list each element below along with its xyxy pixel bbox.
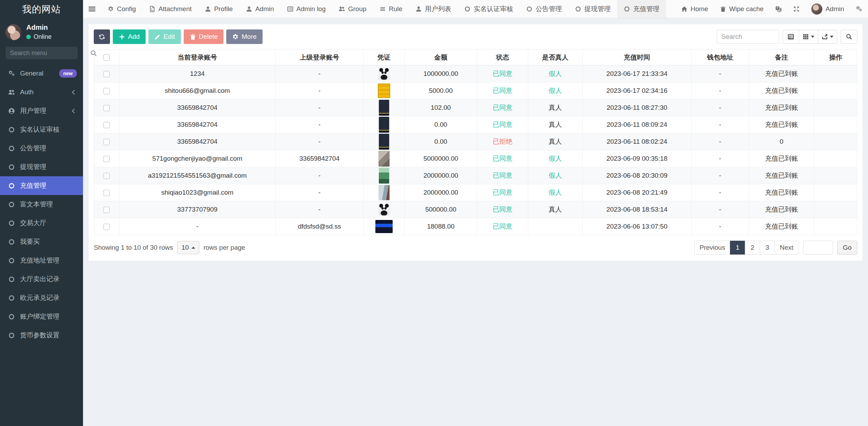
page-size-dropdown[interactable]: 10: [177, 241, 199, 254]
action-cell: [814, 99, 857, 116]
sidebar-item-item-9[interactable]: 我要买: [0, 232, 83, 251]
goto-page-input[interactable]: [803, 241, 833, 255]
row-checkbox[interactable]: [103, 156, 110, 162]
voucher-image[interactable]: [375, 220, 393, 233]
sidebar-item-item-3[interactable]: 实名认证审核: [0, 120, 83, 139]
sidebar-item-item-11[interactable]: 大厅卖出记录: [0, 270, 83, 289]
gear-icon: [232, 34, 239, 40]
status-badge: 已同意: [493, 87, 512, 94]
edit-button[interactable]: Edit: [148, 29, 181, 44]
sidebar-item-general[interactable]: General new: [0, 64, 83, 83]
language-button[interactable]: [769, 0, 787, 18]
real-cell: 真人: [528, 133, 583, 150]
hamburger-icon: [88, 5, 96, 13]
remark-cell: 充值已到账: [749, 184, 814, 201]
real-person-badge: 真人: [549, 206, 562, 213]
select-all-checkbox[interactable]: [103, 54, 110, 61]
parent-cell: -: [276, 184, 364, 201]
profile-menu[interactable]: Admin: [805, 0, 850, 18]
export-button[interactable]: [818, 30, 837, 44]
settings-button[interactable]: [850, 0, 868, 18]
next-page-button[interactable]: Next: [775, 241, 798, 255]
remark-cell: 充值已到账: [749, 65, 814, 82]
row-checkbox[interactable]: [103, 190, 110, 196]
voucher-cell: [363, 133, 404, 150]
voucher-image[interactable]: [379, 100, 389, 116]
tab-admin-log[interactable]: Admin log: [281, 0, 332, 18]
sidebar-item-item-8[interactable]: 交易大厅: [0, 214, 83, 232]
columns-button[interactable]: [799, 30, 818, 44]
toggle-view-button[interactable]: [783, 30, 799, 44]
wipe-cache-label: Wipe cache: [729, 5, 764, 13]
circle-icon: [8, 126, 20, 133]
circle-icon: [8, 183, 20, 189]
voucher-image[interactable]: [378, 151, 390, 167]
sidebar-item-item-5[interactable]: 提现管理: [0, 158, 83, 176]
sidebar-item-item-6[interactable]: 充值管理: [0, 176, 83, 195]
tab-profile[interactable]: Profile: [198, 0, 239, 18]
row-checkbox[interactable]: [103, 122, 110, 128]
chevron-left-icon: [70, 108, 77, 114]
sidebar-item-item-14[interactable]: 货币参数设置: [0, 326, 83, 345]
voucher-image[interactable]: [378, 185, 390, 200]
tab-group[interactable]: Group: [332, 0, 373, 18]
sidebar-item-item-4[interactable]: 公告管理: [0, 139, 83, 158]
sidebar-avatar[interactable]: [6, 24, 21, 40]
refresh-button[interactable]: [94, 29, 110, 44]
row-checkbox[interactable]: [103, 139, 110, 145]
search-submit-button[interactable]: [841, 30, 857, 44]
tab-attachment[interactable]: Attachment: [143, 0, 198, 18]
circle-icon: [8, 220, 20, 227]
row-checkbox[interactable]: [103, 71, 110, 77]
tab-item-9[interactable]: 公告管理: [520, 0, 568, 18]
voucher-image[interactable]: [378, 83, 390, 98]
voucher-image[interactable]: [379, 117, 389, 133]
previous-page-button[interactable]: Previous: [694, 241, 730, 255]
row-checkbox[interactable]: [103, 173, 110, 179]
row-checkbox[interactable]: [103, 105, 110, 111]
wipe-cache-link[interactable]: Wipe cache: [714, 0, 769, 18]
wallet-cell: -: [692, 116, 749, 133]
parent-cell: -: [276, 167, 364, 184]
home-link[interactable]: Home: [675, 0, 714, 18]
tab-item-8[interactable]: 实名认证审核: [458, 0, 520, 18]
add-button[interactable]: Add: [113, 29, 146, 44]
sidebar-toggle-button[interactable]: [83, 0, 101, 18]
tab-item-11[interactable]: 充值管理: [617, 0, 666, 18]
go-button[interactable]: Go: [837, 241, 857, 255]
checkbox-cell: [94, 150, 119, 167]
circle-icon: [526, 6, 532, 12]
voucher-image[interactable]: [378, 68, 390, 80]
column-header-3: 金额: [404, 50, 477, 65]
search-icon[interactable]: [90, 50, 97, 56]
delete-button[interactable]: Delete: [184, 29, 224, 44]
voucher-image[interactable]: [379, 168, 389, 184]
tab-item-7[interactable]: 用户列表: [409, 0, 458, 18]
row-checkbox[interactable]: [103, 207, 110, 213]
status-cell: 已同意: [477, 65, 528, 82]
more-button[interactable]: More: [226, 29, 262, 44]
sidebar-item-item-2[interactable]: 用户管理: [0, 101, 83, 120]
page-button-3[interactable]: 3: [760, 241, 775, 255]
fullscreen-button[interactable]: [787, 0, 805, 18]
sidebar-item-auth[interactable]: Auth: [0, 83, 83, 101]
voucher-image[interactable]: [378, 204, 390, 215]
row-checkbox[interactable]: [103, 224, 110, 230]
tab-rule[interactable]: Rule: [373, 0, 409, 18]
table-search-input[interactable]: [717, 30, 779, 44]
tab-item-10[interactable]: 提现管理: [568, 0, 617, 18]
row-checkbox[interactable]: [103, 88, 110, 94]
sidebar-item-item-12[interactable]: 欧元承兑记录: [0, 289, 83, 307]
tab-config[interactable]: Config: [101, 0, 143, 18]
status-badge: 已同意: [493, 189, 512, 196]
page-button-1[interactable]: 1: [730, 241, 745, 255]
sidebar-item-item-7[interactable]: 富文本管理: [0, 195, 83, 214]
page-button-2[interactable]: 2: [745, 241, 760, 255]
voucher-image[interactable]: [379, 134, 389, 150]
sidebar-item-item-13[interactable]: 账户绑定管理: [0, 307, 83, 326]
more-label: More: [241, 33, 256, 41]
real-cell: 假人: [528, 167, 583, 184]
sidebar-item-item-10[interactable]: 充值地址管理: [0, 251, 83, 270]
tab-admin[interactable]: Admin: [239, 0, 281, 18]
sidebar-search-input[interactable]: [10, 50, 90, 57]
